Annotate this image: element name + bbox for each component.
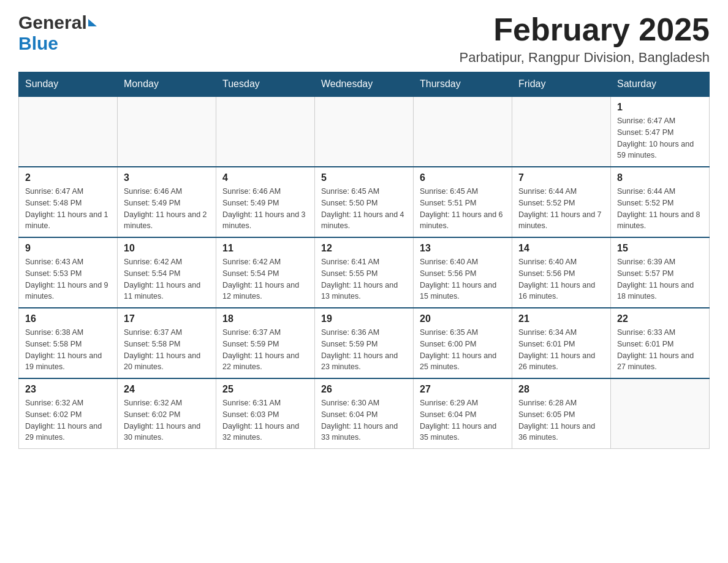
calendar-day-cell: 4Sunrise: 6:46 AMSunset: 5:49 PMDaylight… [216, 167, 315, 237]
calendar-week-row: 23Sunrise: 6:32 AMSunset: 6:02 PMDayligh… [19, 378, 710, 449]
calendar-day-cell: 2Sunrise: 6:47 AMSunset: 5:48 PMDaylight… [19, 167, 118, 237]
day-info: Sunrise: 6:30 AMSunset: 6:04 PMDaylight:… [321, 397, 407, 443]
calendar-day-cell: 7Sunrise: 6:44 AMSunset: 5:52 PMDaylight… [512, 167, 611, 237]
day-info: Sunrise: 6:33 AMSunset: 6:01 PMDaylight:… [617, 327, 703, 373]
day-number: 7 [518, 172, 604, 183]
calendar-day-cell: 21Sunrise: 6:34 AMSunset: 6:01 PMDayligh… [512, 308, 611, 378]
day-number: 14 [518, 243, 604, 254]
day-info: Sunrise: 6:35 AMSunset: 6:00 PMDaylight:… [420, 327, 506, 373]
day-number: 12 [321, 243, 407, 254]
day-info: Sunrise: 6:34 AMSunset: 6:01 PMDaylight:… [518, 327, 604, 373]
calendar-title: February 2025 [460, 12, 710, 47]
day-number: 8 [617, 172, 703, 183]
calendar-day-cell: 15Sunrise: 6:39 AMSunset: 5:57 PMDayligh… [611, 237, 710, 308]
day-number: 10 [124, 243, 210, 254]
day-number: 2 [25, 172, 111, 183]
calendar-day-cell: 13Sunrise: 6:40 AMSunset: 5:56 PMDayligh… [414, 237, 512, 308]
day-number: 23 [25, 384, 111, 395]
calendar-day-cell: 1Sunrise: 6:47 AMSunset: 5:47 PMDaylight… [611, 96, 710, 167]
day-number: 18 [222, 313, 308, 324]
page-header: General Blue February 2025 Parbatipur, R… [18, 12, 710, 66]
calendar-day-cell: 12Sunrise: 6:41 AMSunset: 5:55 PMDayligh… [315, 237, 414, 308]
day-info: Sunrise: 6:36 AMSunset: 5:59 PMDaylight:… [321, 327, 407, 373]
calendar-week-row: 16Sunrise: 6:38 AMSunset: 5:58 PMDayligh… [19, 308, 710, 378]
day-info: Sunrise: 6:44 AMSunset: 5:52 PMDaylight:… [518, 186, 604, 232]
day-number: 25 [222, 384, 308, 395]
calendar-subtitle: Parbatipur, Rangpur Division, Bangladesh [460, 50, 710, 66]
day-info: Sunrise: 6:40 AMSunset: 5:56 PMDaylight:… [518, 256, 604, 302]
calendar-day-cell: 16Sunrise: 6:38 AMSunset: 5:58 PMDayligh… [19, 308, 118, 378]
day-number: 21 [518, 313, 604, 324]
calendar-day-cell [118, 96, 216, 167]
day-number: 28 [518, 384, 604, 395]
day-of-week-header: Saturday [611, 72, 710, 97]
day-info: Sunrise: 6:45 AMSunset: 5:51 PMDaylight:… [420, 186, 506, 232]
title-block: February 2025 Parbatipur, Rangpur Divisi… [460, 12, 710, 66]
calendar-day-cell: 27Sunrise: 6:29 AMSunset: 6:04 PMDayligh… [414, 378, 512, 449]
day-number: 15 [617, 243, 703, 254]
day-of-week-header: Thursday [414, 72, 512, 97]
calendar-day-cell: 25Sunrise: 6:31 AMSunset: 6:03 PMDayligh… [216, 378, 315, 449]
calendar-day-cell [19, 96, 118, 167]
day-of-week-header: Tuesday [216, 72, 315, 97]
calendar-day-cell: 10Sunrise: 6:42 AMSunset: 5:54 PMDayligh… [118, 237, 216, 308]
logo-blue-text: Blue [18, 33, 58, 53]
day-info: Sunrise: 6:37 AMSunset: 5:58 PMDaylight:… [124, 327, 210, 373]
day-number: 3 [124, 172, 210, 183]
logo: General Blue [18, 12, 97, 54]
calendar-day-cell: 22Sunrise: 6:33 AMSunset: 6:01 PMDayligh… [611, 308, 710, 378]
calendar-day-cell: 20Sunrise: 6:35 AMSunset: 6:00 PMDayligh… [414, 308, 512, 378]
calendar-day-cell: 17Sunrise: 6:37 AMSunset: 5:58 PMDayligh… [118, 308, 216, 378]
calendar-day-cell [414, 96, 512, 167]
calendar-day-cell: 23Sunrise: 6:32 AMSunset: 6:02 PMDayligh… [19, 378, 118, 449]
day-info: Sunrise: 6:31 AMSunset: 6:03 PMDaylight:… [222, 397, 308, 443]
day-number: 1 [617, 102, 703, 113]
day-of-week-header: Sunday [19, 72, 118, 97]
day-info: Sunrise: 6:32 AMSunset: 6:02 PMDaylight:… [25, 397, 111, 443]
day-number: 24 [124, 384, 210, 395]
calendar-day-cell: 14Sunrise: 6:40 AMSunset: 5:56 PMDayligh… [512, 237, 611, 308]
day-of-week-header: Friday [512, 72, 611, 97]
calendar-day-cell: 28Sunrise: 6:28 AMSunset: 6:05 PMDayligh… [512, 378, 611, 449]
day-number: 11 [222, 243, 308, 254]
calendar-day-cell [216, 96, 315, 167]
day-info: Sunrise: 6:28 AMSunset: 6:05 PMDaylight:… [518, 397, 604, 443]
day-info: Sunrise: 6:42 AMSunset: 5:54 PMDaylight:… [124, 256, 210, 302]
calendar-day-cell: 26Sunrise: 6:30 AMSunset: 6:04 PMDayligh… [315, 378, 414, 449]
calendar-day-cell [512, 96, 611, 167]
calendar-day-cell: 11Sunrise: 6:42 AMSunset: 5:54 PMDayligh… [216, 237, 315, 308]
day-info: Sunrise: 6:45 AMSunset: 5:50 PMDaylight:… [321, 186, 407, 232]
calendar-day-cell: 6Sunrise: 6:45 AMSunset: 5:51 PMDaylight… [414, 167, 512, 237]
day-number: 17 [124, 313, 210, 324]
calendar-day-cell [315, 96, 414, 167]
day-info: Sunrise: 6:43 AMSunset: 5:53 PMDaylight:… [25, 256, 111, 302]
day-number: 19 [321, 313, 407, 324]
day-number: 5 [321, 172, 407, 183]
calendar-header-row: SundayMondayTuesdayWednesdayThursdayFrid… [19, 72, 710, 97]
calendar-day-cell: 24Sunrise: 6:32 AMSunset: 6:02 PMDayligh… [118, 378, 216, 449]
day-number: 9 [25, 243, 111, 254]
day-number: 16 [25, 313, 111, 324]
day-number: 4 [222, 172, 308, 183]
day-info: Sunrise: 6:47 AMSunset: 5:47 PMDaylight:… [617, 115, 703, 161]
day-info: Sunrise: 6:44 AMSunset: 5:52 PMDaylight:… [617, 186, 703, 232]
calendar-day-cell [611, 378, 710, 449]
day-number: 6 [420, 172, 506, 183]
day-info: Sunrise: 6:42 AMSunset: 5:54 PMDaylight:… [222, 256, 308, 302]
day-info: Sunrise: 6:41 AMSunset: 5:55 PMDaylight:… [321, 256, 407, 302]
day-info: Sunrise: 6:37 AMSunset: 5:59 PMDaylight:… [222, 327, 308, 373]
calendar-day-cell: 5Sunrise: 6:45 AMSunset: 5:50 PMDaylight… [315, 167, 414, 237]
day-number: 13 [420, 243, 506, 254]
day-info: Sunrise: 6:46 AMSunset: 5:49 PMDaylight:… [124, 186, 210, 232]
calendar-table: SundayMondayTuesdayWednesdayThursdayFrid… [18, 72, 710, 449]
calendar-week-row: 2Sunrise: 6:47 AMSunset: 5:48 PMDaylight… [19, 167, 710, 237]
day-of-week-header: Wednesday [315, 72, 414, 97]
day-number: 26 [321, 384, 407, 395]
logo-general-text: General [18, 12, 87, 33]
day-info: Sunrise: 6:39 AMSunset: 5:57 PMDaylight:… [617, 256, 703, 302]
day-number: 27 [420, 384, 506, 395]
logo-arrow-icon [88, 19, 97, 26]
day-info: Sunrise: 6:40 AMSunset: 5:56 PMDaylight:… [420, 256, 506, 302]
calendar-day-cell: 18Sunrise: 6:37 AMSunset: 5:59 PMDayligh… [216, 308, 315, 378]
day-info: Sunrise: 6:38 AMSunset: 5:58 PMDaylight:… [25, 327, 111, 373]
